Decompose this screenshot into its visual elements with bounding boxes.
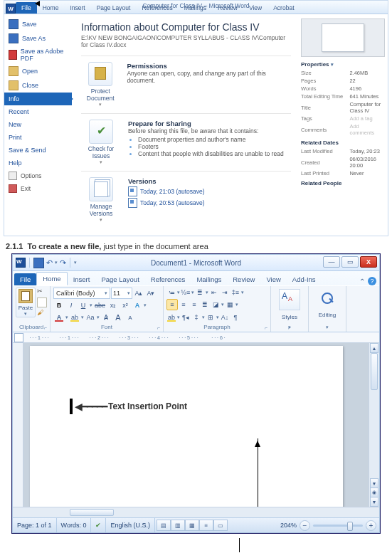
justify-icon[interactable]: ≣ <box>200 300 210 310</box>
status-words[interactable]: Words: 0 <box>57 518 92 532</box>
align-right-icon[interactable]: ≡ <box>189 300 199 310</box>
manage-versions-button[interactable]: Manage Versions▾ <box>81 177 121 223</box>
tab-addins[interactable]: Add-Ins <box>287 273 322 285</box>
check-issues-button[interactable]: Check for Issues▾ <box>81 120 121 165</box>
copy-icon[interactable] <box>37 297 47 307</box>
help-icon[interactable]: ? <box>368 277 376 285</box>
sort-az-icon[interactable]: A↓ <box>220 312 230 322</box>
show-para-icon[interactable]: ¶ <box>231 312 240 322</box>
menu-new[interactable]: New <box>4 118 72 131</box>
tab-selector-icon[interactable] <box>14 333 23 342</box>
menu-print[interactable]: Print <box>4 131 72 144</box>
text-effects-icon[interactable]: A <box>132 300 143 311</box>
menu-info[interactable]: Info <box>4 93 72 105</box>
protect-document-button[interactable]: Protect Document▾ <box>81 62 120 107</box>
properties-heading[interactable]: Properties ▾ <box>301 61 385 68</box>
subscript-button[interactable]: x₂ <box>107 300 119 311</box>
styles-gallery-icon[interactable] <box>279 289 300 310</box>
menu-save-as-pdf[interactable]: Save as Adobe PDF <box>4 46 72 64</box>
line-spacing-icon[interactable]: ‡≡ <box>231 288 240 297</box>
zoom-slider[interactable] <box>313 525 363 527</box>
zoom-out-button[interactable]: − <box>300 520 310 531</box>
menu-help[interactable]: Help <box>4 157 72 169</box>
align-center-icon[interactable]: ≡ <box>179 300 189 310</box>
scroll-up-icon[interactable]: ▲ <box>370 343 378 353</box>
sort-icon[interactable]: ‡ <box>191 312 201 322</box>
italic-button[interactable]: I <box>65 300 77 311</box>
tab-mailings[interactable]: Mailings <box>191 273 227 285</box>
scroll-down-icon[interactable]: ▼ <box>370 478 378 488</box>
horizontal-scrollbar[interactable] <box>13 507 379 517</box>
borders-icon[interactable]: ▦ <box>225 300 235 310</box>
font-color-button[interactable]: A <box>53 312 65 323</box>
font-name-combo[interactable]: Calibri (Body)▾ <box>53 288 110 299</box>
menu-exit[interactable]: Exit <box>4 182 72 195</box>
view-print-icon[interactable]: ▤ <box>157 520 171 531</box>
menu-open[interactable]: Open <box>4 64 72 78</box>
zoom-level[interactable]: 204% <box>280 522 297 529</box>
shading2-icon[interactable]: ab <box>166 312 176 322</box>
version-item[interactable]: Today, 21:03 (autosave) <box>128 186 205 196</box>
highlight-button[interactable]: ab <box>69 312 80 323</box>
tab-pagelayout[interactable]: Page Layout <box>95 273 144 285</box>
status-page[interactable]: Page: 1 of 1 <box>13 518 57 532</box>
dec-indent-icon[interactable]: ⇤ <box>209 288 219 297</box>
prev-page-icon[interactable]: ◉ <box>370 488 378 497</box>
menu-save-send[interactable]: Save & Send <box>4 144 72 157</box>
version-item[interactable]: Today, 20:53 (autosave) <box>128 198 205 208</box>
change-case-button[interactable]: Aa <box>85 312 96 323</box>
view-outline-icon[interactable]: ≡ <box>199 520 213 531</box>
tab-file[interactable]: File <box>14 273 36 285</box>
grow-font-icon[interactable]: A▴ <box>133 288 144 299</box>
find-icon[interactable] <box>319 290 335 306</box>
format-painter-icon[interactable]: 🖌 <box>37 309 46 317</box>
multilevel-icon[interactable]: ≣ <box>195 288 205 297</box>
pilcrow-icon[interactable]: ¶◂ <box>181 312 191 322</box>
inc-indent-icon[interactable]: ⇥ <box>220 288 230 297</box>
tab-review[interactable]: Review <box>227 273 260 285</box>
cut-icon[interactable]: ✂ <box>37 288 46 296</box>
next-page-icon[interactable]: ▼ <box>370 497 378 507</box>
status-proof[interactable]: ✔ <box>91 518 106 532</box>
paste-button[interactable]: Paste▾ <box>16 288 36 317</box>
view-web-icon[interactable]: ▦ <box>185 520 199 531</box>
strike-button[interactable]: abe <box>93 300 107 311</box>
tab-insert[interactable]: Insert <box>68 273 96 285</box>
close-button[interactable]: X <box>360 256 377 268</box>
grow-a[interactable]: A <box>112 312 124 323</box>
maximize-button[interactable]: ▭ <box>341 256 359 268</box>
shrink-font-icon[interactable]: A▾ <box>145 288 157 299</box>
horizontal-ruler[interactable]: · · · 1 · · ·· · · 1 · · ·· · · 2 · · ··… <box>13 332 379 343</box>
numbering-icon[interactable]: ½≡ <box>181 288 191 297</box>
border-bottom-icon[interactable]: ⊞ <box>206 312 216 322</box>
scroll-thumb[interactable] <box>371 353 378 390</box>
view-reading-icon[interactable]: ▥ <box>171 520 185 531</box>
scroll-thumb[interactable] <box>70 509 114 516</box>
document-page[interactable]: ◀━━━━━ Text Insertion Point <box>30 346 343 507</box>
align-left-icon[interactable]: ≡ <box>166 299 178 310</box>
bold-button[interactable]: B <box>53 300 65 311</box>
menu-recent[interactable]: Recent <box>4 105 72 118</box>
status-language[interactable]: English (U.S.) <box>106 518 155 532</box>
menu-save-as[interactable]: Save As <box>4 31 72 46</box>
view-draft-icon[interactable]: ▭ <box>213 520 228 531</box>
menu-close[interactable]: Close <box>4 78 72 93</box>
vertical-ruler[interactable] <box>13 343 23 507</box>
document-viewport[interactable]: ◀━━━━━ Text Insertion Point ▲ ▼ ◉ ▼ <box>13 343 379 507</box>
menu-save[interactable]: Save <box>4 17 72 31</box>
minimize-button[interactable]: — <box>323 256 340 268</box>
vertical-scrollbar[interactable]: ▲ ▼ ◉ ▼ <box>369 343 379 507</box>
font-size-combo[interactable]: 11▾ <box>111 288 132 299</box>
underline-button[interactable]: U <box>78 300 89 311</box>
clear-format-icon[interactable]: A̷ <box>100 312 112 323</box>
zoom-in-button[interactable]: + <box>366 520 376 531</box>
minimize-ribbon-icon[interactable]: ⌃ <box>359 278 365 285</box>
superscript-button[interactable]: x² <box>120 300 131 311</box>
tab-view[interactable]: View <box>260 273 286 285</box>
bullets-icon[interactable]: ≔ <box>166 288 176 297</box>
shading-icon[interactable]: ◪ <box>211 300 221 310</box>
tab-references[interactable]: References <box>145 273 191 285</box>
menu-options[interactable]: Options <box>4 169 72 182</box>
tab-home[interactable]: Home <box>36 272 67 285</box>
shrink-a[interactable]: A <box>125 312 136 323</box>
